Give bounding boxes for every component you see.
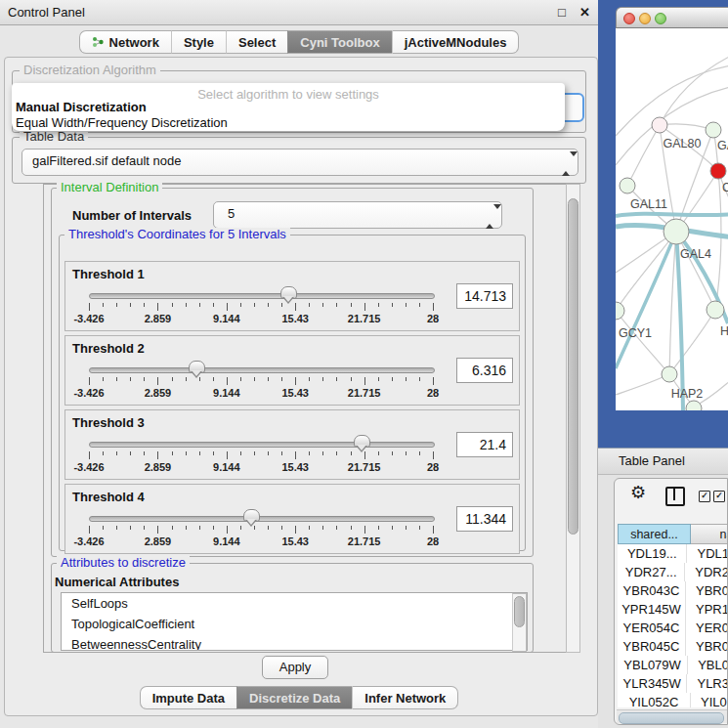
cell-shared-name[interactable]: YIL052C [618, 693, 691, 707]
slider-track[interactable] [89, 516, 435, 522]
slider-track[interactable] [89, 367, 435, 373]
cell-name[interactable]: YDR2 [685, 563, 728, 581]
node-gcy1[interactable] [616, 302, 624, 320]
node-gal11[interactable] [620, 178, 635, 193]
cell-shared-name[interactable]: YPR145W [618, 600, 686, 619]
popup-item-equal-width-frequency[interactable]: Equal Width/Frequency Discretization [16, 115, 228, 130]
node-hap2[interactable] [662, 366, 677, 382]
cell-shared-name[interactable]: YBL079W [618, 656, 688, 674]
table-row[interactable]: YBL079WYBL0 [618, 656, 728, 674]
cell-name[interactable]: YER0 [686, 619, 728, 637]
checkbox-icon-2[interactable]: ✓ [713, 491, 725, 502]
float-window-icon[interactable]: □ [558, 0, 566, 24]
slider-thumb[interactable] [280, 286, 297, 299]
slider-tick [144, 526, 145, 530]
attribute-list-item[interactable]: TopologicalCoefficient [62, 614, 527, 634]
threshold-value-field[interactable]: 14.713 [456, 283, 513, 309]
cell-name[interactable]: YPR1 [686, 600, 728, 619]
cell-shared-name[interactable]: YBR043C [618, 581, 686, 600]
node-gal4[interactable] [664, 219, 689, 244]
node-top-right[interactable] [706, 122, 721, 138]
numerical-attributes-list[interactable]: SelfLoopsTopologicalCoefficientBetweenne… [61, 592, 528, 651]
table-data-combobox[interactable]: galFiltered.sif default node [21, 149, 578, 176]
slider-track[interactable] [89, 293, 435, 299]
scrollbar-thumb[interactable] [619, 712, 724, 724]
column-header-shared[interactable]: shared... [618, 524, 691, 544]
threshold-value-field[interactable]: 11.344 [456, 506, 513, 532]
threshold-slider[interactable]: -3.4262.8599.14415.4321.71528 [89, 336, 433, 405]
threshold-slider[interactable]: -3.4262.8599.14415.4321.71528 [89, 410, 433, 479]
attribute-list-item[interactable]: BetweennessCentrality [62, 634, 527, 651]
network-window-titlebar[interactable] [616, 7, 728, 28]
cell-shared-name[interactable]: YDL19... [618, 544, 687, 563]
tab-select[interactable]: Select [226, 30, 287, 54]
table-row[interactable]: YIL052CYIL0 [618, 693, 728, 707]
slider-tick [254, 451, 255, 455]
tab-network[interactable]: Network [79, 30, 171, 54]
slider-tick [336, 526, 337, 530]
checkbox-icon-1[interactable]: ✓ [699, 491, 710, 502]
cell-shared-name[interactable]: YBR045C [618, 637, 686, 656]
table-row[interactable]: YBR045CYBR0 [618, 637, 728, 656]
vertical-scrollbar[interactable] [566, 184, 580, 653]
number-of-intervals-combobox[interactable]: 5 [213, 201, 502, 229]
minimize-traffic-light-icon[interactable] [639, 13, 651, 24]
tab-impute-data[interactable]: Impute Data [140, 686, 236, 709]
column-header-name[interactable]: na [691, 524, 728, 544]
cell-name[interactable]: YBR0 [686, 637, 728, 656]
threshold-value-field[interactable]: 6.316 [456, 358, 513, 383]
node-right[interactable] [707, 301, 724, 319]
cell-shared-name[interactable]: YLR345W [618, 674, 687, 693]
tab-cyni-toolbox[interactable]: Cyni Toolbox [287, 30, 391, 54]
slider-tick-label: 21.715 [348, 461, 381, 473]
tab-style[interactable]: Style [171, 30, 226, 54]
cell-name[interactable]: YIL0 [691, 693, 727, 707]
gear-icon[interactable]: ⚙ [630, 482, 646, 503]
slider-track[interactable] [89, 442, 435, 448]
scrollbar-thumb[interactable] [514, 596, 525, 627]
cell-shared-name[interactable]: YDR27... [618, 563, 685, 581]
network-nodes[interactable] [616, 117, 726, 410]
threshold-value-field[interactable]: 21.4 [456, 432, 513, 457]
slider-thumb[interactable] [354, 435, 370, 448]
slider-tick [116, 303, 117, 307]
cell-name[interactable]: YBL0 [688, 656, 728, 674]
table-row[interactable]: YLR345WYLR3 [618, 674, 728, 693]
attributes-list-scrollbar[interactable] [512, 593, 527, 652]
slider-tick [364, 526, 365, 534]
tab-infer-network[interactable]: Infer Network [352, 686, 458, 709]
table-row[interactable]: YER054CYER0 [618, 619, 728, 637]
slider-thumb[interactable] [189, 361, 205, 373]
apply-button[interactable]: Apply [262, 656, 328, 679]
column-layout-icon[interactable] [665, 487, 685, 506]
tab-label: Style [184, 35, 214, 50]
slider-tick-label: 2.859 [145, 313, 172, 324]
slider-tick [364, 377, 365, 385]
table-row[interactable]: YBR043CYBR0 [618, 581, 728, 600]
tab-discretize-data[interactable]: Discretize Data [236, 686, 352, 709]
cell-name[interactable]: YDL1 [687, 544, 728, 563]
close-traffic-light-icon[interactable] [623, 13, 635, 24]
table-row[interactable]: YDR27...YDR2 [618, 563, 728, 581]
threshold-slider[interactable]: -3.4262.8599.14415.4321.71528 [89, 485, 433, 553]
slider-thumb[interactable] [243, 509, 260, 522]
popup-item-manual-discretization[interactable]: Manual Discretization [16, 100, 147, 114]
tab-jactivemnodules[interactable]: jActiveMNodules [392, 30, 520, 54]
node-gal80[interactable] [652, 117, 667, 133]
cell-name[interactable]: YBR0 [686, 581, 728, 600]
network-view-canvas[interactable]: GAL80 GA C GAL11 GAL4 GCY1 H HAP2 [616, 28, 728, 410]
slider-tick [322, 377, 323, 381]
table-row[interactable]: YDL19...YDL1 [618, 544, 728, 563]
table-row[interactable]: YPR145WYPR1 [618, 600, 728, 619]
attribute-list-item[interactable]: SelfLoops [62, 593, 527, 614]
threshold-slider[interactable]: -3.4262.8599.14415.4321.71528 [89, 262, 433, 330]
scrollbar-thumb[interactable] [568, 198, 578, 535]
zoom-traffic-light-icon[interactable] [655, 13, 666, 24]
node-selected-red[interactable] [710, 163, 726, 179]
cell-shared-name[interactable]: YER054C [618, 619, 686, 637]
node-bottom-partial[interactable] [686, 401, 702, 410]
slider-tick [172, 303, 173, 307]
close-icon[interactable]: ✕ [579, 0, 590, 24]
horizontal-scrollbar[interactable] [617, 709, 727, 723]
cell-name[interactable]: YLR3 [687, 674, 728, 693]
